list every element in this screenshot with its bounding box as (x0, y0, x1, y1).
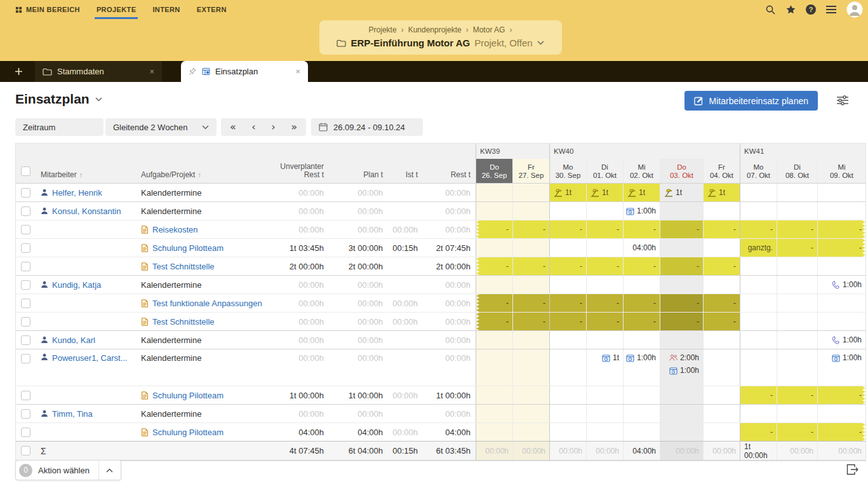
day-cell[interactable] (817, 184, 865, 201)
avatar[interactable] (846, 1, 863, 18)
row-checkbox[interactable] (21, 188, 30, 198)
day-cell[interactable]: - (777, 220, 817, 238)
day-cell[interactable]: - (740, 386, 777, 404)
day-cell[interactable] (817, 257, 865, 275)
row-checkbox[interactable] (21, 428, 30, 437)
day-cell[interactable] (623, 331, 660, 349)
day-cell[interactable] (476, 349, 512, 386)
task-link[interactable]: Test Schnittstelle (152, 317, 215, 327)
day-cell[interactable] (740, 257, 777, 275)
day-cell[interactable]: - (476, 257, 512, 275)
day-cell[interactable] (777, 349, 817, 386)
day-cell[interactable] (703, 276, 740, 294)
row-checkbox[interactable] (21, 262, 30, 271)
day-cell[interactable] (512, 423, 549, 441)
day-cell[interactable]: - (549, 257, 586, 275)
task-link[interactable]: Schulung Pilotteam (152, 391, 224, 400)
view-settings-icon[interactable] (836, 95, 849, 105)
task-link[interactable]: Schulung Pilotteam (152, 428, 224, 437)
day-cell[interactable] (623, 405, 660, 422)
day-cell[interactable] (703, 331, 740, 349)
employee-link[interactable]: Timm, Tina (52, 409, 93, 419)
day-cell[interactable]: 1t (623, 184, 660, 201)
day-cell[interactable]: 1t (586, 349, 623, 386)
day-cell[interactable] (512, 202, 549, 220)
close-icon[interactable]: × (149, 67, 154, 76)
column-header-aufgabe[interactable]: Aufgabe/Projekt↑ (136, 159, 278, 183)
day-cell[interactable] (586, 202, 623, 220)
day-cell[interactable]: - (660, 294, 703, 312)
day-cell[interactable] (703, 349, 740, 386)
day-cell[interactable]: - (549, 294, 586, 312)
day-cell[interactable] (740, 405, 777, 422)
task-link[interactable]: Test Schnittstelle (152, 262, 215, 271)
day-cell[interactable] (817, 294, 865, 312)
day-cell[interactable]: - (512, 294, 549, 312)
row-checkbox[interactable] (21, 354, 30, 363)
day-cell[interactable] (549, 276, 586, 294)
row-checkbox[interactable] (21, 335, 30, 345)
day-cell[interactable]: - (703, 294, 740, 312)
close-icon[interactable]: × (295, 67, 300, 76)
employee-link[interactable]: Poweruser1, Carst... (52, 353, 128, 363)
day-cell[interactable] (740, 184, 777, 201)
day-cell[interactable] (512, 386, 549, 404)
employee-link[interactable]: Konsul, Konstantin (52, 206, 121, 216)
day-cell[interactable]: - (660, 313, 703, 330)
tab-stammdaten[interactable]: Stammdaten × (35, 61, 162, 82)
day-cell[interactable] (549, 405, 586, 422)
day-cell[interactable] (623, 276, 660, 294)
day-cell[interactable] (476, 405, 512, 422)
day-cell[interactable] (740, 294, 777, 312)
day-cell[interactable] (623, 386, 660, 404)
day-cell[interactable] (777, 202, 817, 220)
day-cell[interactable]: - (586, 257, 623, 275)
day-cell[interactable]: 1t (586, 184, 623, 201)
day-cell[interactable]: - (777, 239, 817, 257)
day-cell[interactable] (549, 386, 586, 404)
employee-link[interactable]: Helfer, Henrik (52, 188, 102, 198)
star-icon[interactable] (785, 4, 796, 15)
day-cell[interactable] (549, 349, 586, 386)
day-cell[interactable] (476, 239, 512, 257)
employee-link[interactable]: Kundo, Karl (52, 335, 95, 345)
day-cell[interactable] (476, 331, 512, 349)
day-cell[interactable]: - (817, 220, 865, 238)
day-cell[interactable] (586, 239, 623, 257)
day-cell[interactable]: - (623, 313, 660, 330)
day-cell[interactable] (586, 386, 623, 404)
day-cell[interactable]: - (777, 386, 817, 404)
day-cell[interactable] (623, 423, 660, 441)
day-cell[interactable] (660, 386, 703, 404)
row-checkbox[interactable] (21, 409, 30, 419)
day-cell[interactable] (476, 184, 512, 201)
day-cell[interactable] (703, 239, 740, 257)
pin-icon[interactable] (189, 67, 197, 76)
breadcrumb-item[interactable]: Kundenprojekte (408, 25, 462, 34)
menu-icon[interactable] (825, 5, 837, 14)
day-cell[interactable]: - (777, 423, 817, 441)
day-cell[interactable]: - (476, 294, 512, 312)
day-cell[interactable] (660, 239, 703, 257)
day-cell[interactable]: - (703, 257, 740, 275)
day-cell[interactable] (549, 331, 586, 349)
day-cell[interactable]: - (586, 313, 623, 330)
tab-einsatzplan[interactable]: Einsatzplan × (181, 61, 308, 82)
row-checkbox[interactable] (21, 280, 30, 290)
day-cell[interactable] (476, 202, 512, 220)
day-cell[interactable] (703, 423, 740, 441)
day-cell[interactable]: - (623, 294, 660, 312)
select-all-checkbox[interactable] (21, 166, 30, 176)
day-cell[interactable] (512, 239, 549, 257)
day-cell[interactable]: 1:00h (817, 349, 865, 386)
plan-deployment-button[interactable]: Mitarbeitereinsatz planen (684, 91, 818, 111)
row-checkbox[interactable] (21, 206, 30, 216)
day-cell[interactable] (740, 349, 777, 386)
row-checkbox[interactable] (21, 317, 30, 327)
nav-intern[interactable]: INTERN (152, 0, 180, 19)
day-cell[interactable]: - (476, 220, 512, 238)
day-cell[interactable]: 1t (549, 184, 586, 201)
day-cell[interactable] (512, 276, 549, 294)
search-icon[interactable] (765, 4, 776, 15)
day-cell[interactable] (777, 184, 817, 201)
